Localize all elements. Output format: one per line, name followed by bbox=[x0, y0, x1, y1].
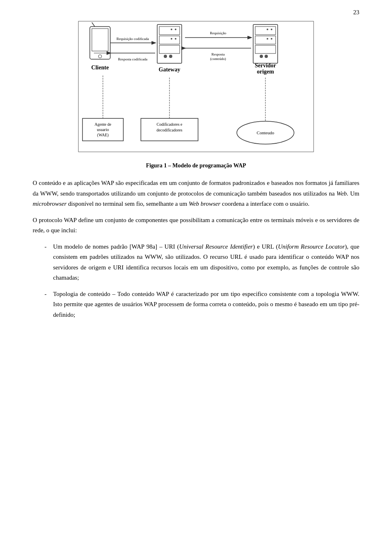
svg-text:usuario: usuario bbox=[97, 127, 109, 132]
page: 23 Cliente Agente de usuario (WAE) bbox=[0, 0, 392, 536]
svg-point-34 bbox=[271, 38, 272, 40]
svg-point-32 bbox=[271, 29, 272, 30]
svg-point-16 bbox=[169, 55, 172, 58]
paragraph-2: O protocolo WAP define um conjunto de co… bbox=[33, 215, 359, 236]
figure-caption: Figura 1 – Modelo de programação WAP bbox=[33, 162, 359, 169]
svg-text:(conteúdo): (conteúdo) bbox=[210, 57, 226, 61]
page-number: 23 bbox=[353, 9, 359, 16]
svg-point-18 bbox=[175, 29, 176, 30]
svg-text:Resposta: Resposta bbox=[212, 52, 225, 56]
svg-point-29 bbox=[260, 55, 263, 58]
svg-point-30 bbox=[265, 55, 268, 58]
list-item-1: - Um modelo de nomes padrão [WAP 98a] – … bbox=[33, 242, 359, 283]
svg-text:Requisição codificada: Requisição codificada bbox=[116, 37, 149, 41]
svg-point-15 bbox=[164, 55, 167, 58]
svg-text:origem: origem bbox=[257, 69, 274, 75]
svg-rect-26 bbox=[255, 27, 276, 35]
list-container: - Um modelo de nomes padrão [WAP 98a] – … bbox=[33, 242, 359, 320]
list-bullet-2: - bbox=[33, 289, 53, 320]
svg-point-20 bbox=[175, 38, 176, 40]
list-bullet-1: - bbox=[33, 242, 53, 283]
svg-rect-12 bbox=[159, 27, 180, 35]
svg-rect-2 bbox=[92, 29, 108, 51]
svg-text:Servidor: Servidor bbox=[255, 62, 276, 69]
svg-text:Resposta codificada: Resposta codificada bbox=[118, 57, 147, 61]
list-item-2: - Topologia de conteúdo – Todo conteúdo … bbox=[33, 289, 359, 320]
svg-point-31 bbox=[267, 29, 268, 30]
svg-text:Conteudo: Conteudo bbox=[257, 130, 274, 135]
diagram-container: Cliente Agente de usuario (WAE) Gateway bbox=[33, 20, 359, 155]
svg-text:Cliente: Cliente bbox=[91, 64, 109, 71]
svg-point-17 bbox=[171, 29, 172, 30]
svg-text:Requisição: Requisição bbox=[210, 31, 226, 35]
svg-text:Agente de: Agente de bbox=[95, 122, 111, 127]
svg-text:(WAE): (WAE) bbox=[97, 133, 109, 138]
svg-rect-13 bbox=[159, 36, 180, 44]
svg-text:Codificadores e: Codificadores e bbox=[156, 122, 183, 127]
svg-text:Gateway: Gateway bbox=[159, 67, 180, 73]
list-content-1: Um modelo de nomes padrão [WAP 98a] – UR… bbox=[53, 242, 359, 283]
svg-line-5 bbox=[92, 22, 95, 27]
svg-point-19 bbox=[171, 38, 172, 40]
svg-point-33 bbox=[267, 38, 268, 40]
svg-rect-28 bbox=[255, 45, 276, 53]
svg-text:decodificadores: decodificadores bbox=[156, 128, 182, 132]
list-content-2: Topologia de conteúdo – Todo conteúdo WA… bbox=[53, 289, 359, 320]
svg-rect-1 bbox=[90, 27, 110, 59]
svg-rect-27 bbox=[255, 36, 276, 44]
svg-point-4 bbox=[98, 55, 102, 58]
body-text: O conteúdo e as aplicações WAP são espec… bbox=[33, 178, 359, 236]
wap-diagram: Cliente Agente de usuario (WAE) Gateway bbox=[78, 20, 314, 155]
paragraph-1: O conteúdo e as aplicações WAP são espec… bbox=[33, 178, 359, 209]
svg-rect-14 bbox=[159, 45, 180, 53]
